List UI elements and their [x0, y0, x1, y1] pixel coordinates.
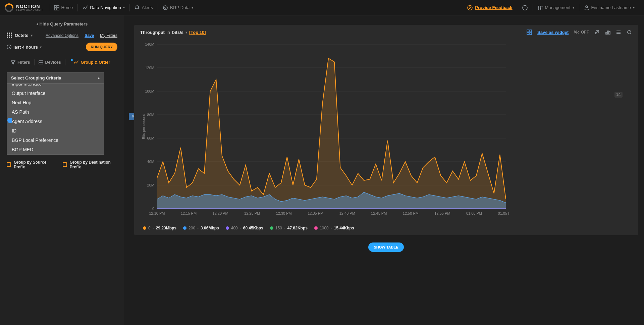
- title-throughput: Throughput: [140, 30, 165, 35]
- legend-name: 150: [275, 226, 282, 230]
- svg-point-6: [468, 5, 472, 10]
- my-filters-link[interactable]: My Filters: [100, 33, 117, 38]
- save-as-widget-link[interactable]: Save as widget: [537, 30, 569, 35]
- user-icon: [584, 5, 589, 10]
- legend-color-swatch: [143, 226, 146, 230]
- pct-label: %:: [574, 30, 579, 35]
- nav-home[interactable]: Home: [49, 0, 78, 15]
- throughput-chart: 020M40M60M80M100M120M140MBits per second…: [140, 41, 509, 222]
- chat-button[interactable]: [517, 0, 533, 15]
- dropdown-option[interactable]: Output Interface: [7, 89, 104, 98]
- user-menu[interactable]: Firstname Lastname ▾: [579, 0, 640, 15]
- legend-item[interactable]: 1000 - 15.44Kbps: [314, 226, 354, 230]
- checkbox-group-by-destination-prefix[interactable]: Group by Destination Prefix: [63, 160, 117, 169]
- svg-text:120M: 120M: [145, 66, 154, 70]
- tab-devices[interactable]: Devices: [35, 59, 65, 66]
- chevron-down-icon: ▾: [40, 45, 42, 49]
- svg-point-4: [163, 6, 167, 10]
- dropdown-option[interactable]: Input Interface: [7, 84, 104, 89]
- dropdown-option[interactable]: Agent Address: [7, 117, 104, 126]
- nav-bgp[interactable]: BGP Data ▾: [158, 0, 198, 15]
- run-query-button[interactable]: RUN QUERY: [86, 43, 117, 51]
- metric-selector[interactable]: Octets ▾: [7, 33, 33, 38]
- svg-text:40M: 40M: [147, 160, 154, 164]
- svg-rect-26: [607, 31, 608, 34]
- dropdown-option[interactable]: Next Hop: [7, 98, 104, 107]
- checkbox-box-icon: [7, 162, 11, 167]
- svg-rect-19: [39, 61, 43, 62]
- nav-management[interactable]: Management ▾: [533, 0, 579, 15]
- save-link[interactable]: Save: [85, 33, 94, 38]
- chart-title: Throughput in bits/s ▾ [Top 10]: [140, 30, 206, 35]
- legend-value: 3.06Mbps: [201, 226, 219, 230]
- legend-name: 400: [231, 226, 238, 230]
- legend-color-swatch: [226, 226, 229, 230]
- dropdown-option[interactable]: AS Path: [7, 107, 104, 117]
- percent-toggle[interactable]: %: OFF: [574, 30, 589, 35]
- trend-icon: [73, 60, 79, 65]
- menu-button[interactable]: [616, 30, 621, 35]
- legend-color-swatch: [270, 226, 273, 230]
- svg-rect-3: [57, 8, 59, 10]
- feedback-link[interactable]: Provide Feedback: [462, 0, 517, 15]
- hide-query-params-button[interactable]: ‹‹ Hide Query Parameters: [7, 21, 117, 26]
- hide-qp-label: Hide Query Parameters: [39, 21, 88, 26]
- time-range-selector[interactable]: last 4 hours ▾: [7, 45, 42, 50]
- dropdown-list[interactable]: Type of serviceProtocolInput InterfaceOu…: [7, 84, 104, 154]
- bar-chart-button[interactable]: [605, 30, 610, 35]
- chevron-down-icon[interactable]: ▾: [185, 31, 187, 34]
- tab-devices-label: Devices: [45, 60, 61, 65]
- legend-item[interactable]: 150 - 47.82Kbps: [270, 226, 308, 230]
- show-table-button[interactable]: SHOW TABLE: [368, 242, 404, 252]
- legend-item[interactable]: 200 - 3.06Mbps: [183, 226, 219, 230]
- grouping-criteria-dropdown: Type of serviceProtocolInput InterfaceOu…: [7, 84, 104, 155]
- nav-data-navigation[interactable]: Data Navigation ▾: [78, 0, 129, 15]
- ratio-badge[interactable]: 1:1: [614, 92, 623, 98]
- checkbox-group-by-source-prefix[interactable]: Group by Source Prefix: [7, 160, 54, 169]
- svg-rect-0: [54, 5, 56, 7]
- legend-value: 60.45Kbps: [243, 226, 263, 230]
- legend-sep: -: [284, 226, 285, 230]
- legend-color-swatch: [314, 226, 318, 230]
- grouping-criteria-select[interactable]: Select Grouping Criteria ▴: [7, 72, 104, 84]
- legend-sep: -: [240, 226, 241, 230]
- svg-rect-22: [530, 30, 532, 32]
- nav-alerts[interactable]: Alerts: [130, 0, 158, 15]
- dropdown-option[interactable]: ID: [7, 126, 104, 136]
- advanced-options-link[interactable]: Advanced Options: [46, 33, 78, 38]
- svg-text:12:40 PM: 12:40 PM: [339, 211, 355, 215]
- top-n-link[interactable]: [Top 10]: [189, 30, 206, 35]
- refresh-button[interactable]: [627, 30, 632, 35]
- feedback-label: Provide Feedback: [475, 5, 512, 10]
- active-dot-icon: [71, 59, 73, 61]
- chevron-down-icon: ▾: [123, 6, 125, 9]
- dropdown-option[interactable]: BGP MED: [7, 145, 104, 154]
- dropdown-option[interactable]: BGP Local Preference: [7, 136, 104, 145]
- funnel-icon: [11, 60, 15, 65]
- svg-point-5: [165, 7, 166, 8]
- svg-text:140M: 140M: [145, 42, 154, 46]
- nav-alerts-label: Alerts: [142, 5, 153, 10]
- svg-rect-25: [606, 32, 607, 34]
- open-external-button[interactable]: [594, 30, 600, 35]
- svg-rect-27: [609, 32, 610, 34]
- triangle-up-icon: ▴: [98, 76, 100, 79]
- svg-text:12:50 PM: 12:50 PM: [403, 211, 419, 215]
- svg-point-9: [525, 7, 525, 8]
- svg-text:12:15 PM: 12:15 PM: [181, 211, 197, 215]
- chk-src-label: Group by Source Prefix: [14, 160, 54, 169]
- svg-text:12:30 PM: 12:30 PM: [276, 211, 292, 215]
- nav-home-label: Home: [61, 5, 73, 10]
- checkbox-box-icon: [63, 162, 67, 167]
- svg-text:0: 0: [152, 207, 154, 211]
- user-name: Firstname Lastname: [591, 5, 631, 10]
- tab-filters-label: Filters: [17, 60, 30, 65]
- legend-item[interactable]: 400 - 60.45Kbps: [226, 226, 263, 230]
- brand-logo: NOCTION FLOW ANALYZER: [5, 3, 43, 12]
- svg-text:12:35 PM: 12:35 PM: [308, 211, 323, 215]
- legend-name: 200: [189, 226, 195, 230]
- sidebar-tabs: Filters Devices Group & Order: [7, 59, 117, 66]
- legend-item[interactable]: 0 - 29.23Mbps: [143, 226, 176, 230]
- tab-group-order[interactable]: Group & Order: [65, 59, 114, 66]
- tab-filters[interactable]: Filters: [7, 59, 34, 66]
